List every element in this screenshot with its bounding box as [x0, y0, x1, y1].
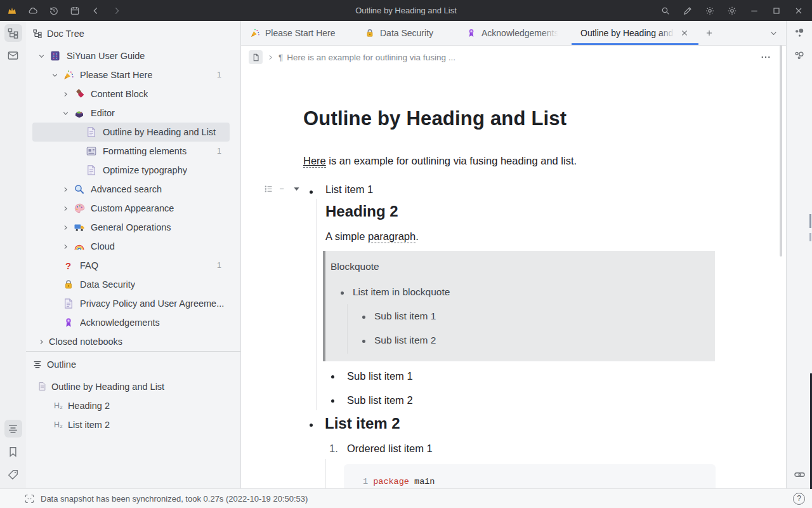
- status-message: Data snapshot has been synchronized, too…: [41, 494, 308, 504]
- ref-count-badge: 1: [217, 147, 221, 156]
- dock-inbox-button[interactable]: [4, 46, 22, 64]
- list-bullet: [362, 340, 365, 343]
- maximize-icon[interactable]: [769, 4, 783, 18]
- edit-pencil-icon[interactable]: [681, 4, 695, 18]
- chevron-right-icon[interactable]: [34, 338, 49, 345]
- list-gutter-icon[interactable]: [264, 184, 273, 194]
- block-gutter: [264, 184, 301, 194]
- doc-icon[interactable]: [249, 50, 263, 64]
- settings-gear-icon[interactable]: [725, 4, 739, 18]
- tab-outline-by-heading-and-list[interactable]: Outline by Heading and List: [572, 21, 698, 45]
- document-icon: [37, 382, 48, 392]
- left-dock: [0, 21, 27, 488]
- tree-item-formatting-elements[interactable]: Formatting elements 1: [26, 142, 240, 161]
- tree-item-siyuan-user-guide[interactable]: SiYuan User Guide: [26, 46, 240, 65]
- tree-item-closed-notebooks[interactable]: Closed notebooks: [26, 332, 240, 351]
- status-bar: Data snapshot has been synchronized, too…: [0, 488, 812, 508]
- search-icon[interactable]: [658, 4, 672, 18]
- chevron-down-icon[interactable]: [47, 72, 62, 79]
- scroll-annotation-mark: [809, 214, 811, 228]
- tab-acknowledgements[interactable]: Acknowledgements: [457, 21, 572, 45]
- sync-cloud-icon[interactable]: [26, 4, 40, 18]
- doc-title: Outline by Heading and List: [303, 107, 566, 130]
- blockquote: Blockquote List item in blockquote Sub l…: [323, 251, 715, 361]
- editor-content[interactable]: Outline by Heading and List Here is an e…: [241, 68, 787, 488]
- tab-please-start-here[interactable]: Please Start Here: [241, 21, 356, 45]
- list-guide-line: [325, 459, 326, 488]
- tab-list-chevron-button[interactable]: [769, 21, 778, 45]
- outline-item-heading-2[interactable]: H₂ Heading 2: [26, 396, 240, 415]
- dock-global-graph-button[interactable]: [790, 46, 808, 64]
- close-icon[interactable]: [792, 4, 806, 18]
- dock-tag-button[interactable]: [4, 465, 22, 483]
- close-tab-icon[interactable]: [681, 29, 688, 37]
- tree-item-outline-by-heading-and-list[interactable]: Outline by Heading and List: [26, 123, 240, 142]
- chevron-right-icon[interactable]: [58, 186, 73, 193]
- theme-sun-icon[interactable]: [703, 4, 717, 18]
- data-history-icon[interactable]: [47, 4, 61, 18]
- siyuan-logo-icon[interactable]: [5, 4, 19, 18]
- navigate-back-icon[interactable]: [89, 4, 103, 18]
- outline-item-doc[interactable]: Outline by Heading and List: [26, 377, 240, 396]
- blockquote-list-item: List item in blockquote: [353, 286, 450, 298]
- minimize-icon[interactable]: [747, 4, 761, 18]
- list-bullet: [362, 316, 365, 319]
- editor-scrollbar[interactable]: [780, 45, 782, 257]
- content-block-icon: [73, 88, 85, 100]
- doc-tree-header: Doc Tree: [26, 21, 240, 46]
- outline-title: Outline: [47, 359, 76, 370]
- document-icon: [62, 298, 74, 310]
- new-tab-button[interactable]: [698, 21, 720, 45]
- dock-doc-tree-button[interactable]: [4, 24, 22, 42]
- ribbon-icon: [62, 317, 74, 329]
- dock-backlinks-button[interactable]: [790, 465, 808, 483]
- chevron-right-icon[interactable]: [58, 224, 73, 231]
- tree-item-content-block[interactable]: Content Block: [26, 84, 240, 104]
- tree-item-advanced-search[interactable]: Advanced search: [26, 180, 240, 199]
- more-icon[interactable]: [760, 51, 771, 63]
- tree-item-faq[interactable]: ? FAQ 1: [26, 256, 240, 275]
- outline-item-list-item-2[interactable]: H₂ List item 2: [26, 415, 240, 434]
- lock-icon: [365, 28, 375, 38]
- dock-bookmark-button[interactable]: [4, 443, 22, 460]
- palette-icon: [73, 203, 85, 215]
- code-block[interactable]: 1 package main: [344, 464, 716, 488]
- dock-outline-button[interactable]: [4, 420, 22, 438]
- breadcrumb-block[interactable]: ¶Here is an example for outlining via fu…: [278, 53, 455, 62]
- daily-note-icon[interactable]: [68, 4, 82, 18]
- code-line: 1 package main: [363, 477, 435, 486]
- tree-item-optimize-typography[interactable]: Optimize typography: [26, 161, 240, 180]
- doc-tree-panel: Doc Tree SiYuan User Guide Please Start …: [26, 21, 240, 351]
- chevron-right-icon[interactable]: [58, 243, 73, 250]
- chevron-right-icon[interactable]: [58, 205, 73, 212]
- tree-item-data-security[interactable]: Data Security: [26, 275, 240, 294]
- tree-item-custom-appearance[interactable]: Custom Appearance: [26, 199, 240, 218]
- virtual-ref[interactable]: paragraph: [368, 231, 416, 243]
- outline-icon: [32, 359, 43, 370]
- dock-graph-button[interactable]: [790, 24, 808, 42]
- navigate-forward-icon[interactable]: [110, 4, 124, 18]
- list-item-gutter-icon[interactable]: [278, 184, 287, 194]
- tree-item-privacy-policy[interactable]: Privacy Policy and User Agreeme...: [26, 294, 240, 313]
- tree-item-cloud[interactable]: Cloud: [26, 237, 240, 256]
- ribbon-icon: [466, 28, 476, 38]
- collapse-arrow-icon[interactable]: [292, 184, 301, 194]
- block-ref-link[interactable]: Here: [303, 155, 326, 168]
- intro-paragraph: Here is an example for outlining via fus…: [303, 155, 577, 167]
- blockquote-sub-item-2: Sub list item 2: [374, 335, 436, 346]
- party-popper-icon: [250, 28, 260, 38]
- chevron-down-icon[interactable]: [58, 110, 73, 117]
- help-button[interactable]: ?: [793, 493, 805, 505]
- tree-item-general-operations[interactable]: General Operations: [26, 218, 240, 237]
- tree-item-editor[interactable]: Editor: [26, 104, 240, 123]
- chevron-down-icon[interactable]: [34, 53, 49, 60]
- right-dock: [786, 21, 812, 488]
- tree-item-acknowledgements[interactable]: Acknowledgements: [26, 313, 240, 332]
- document-icon: [85, 164, 97, 177]
- blockquote-sub-item-1: Sub list item 1: [374, 311, 436, 322]
- tab-data-security[interactable]: Data Security: [356, 21, 457, 45]
- list-bullet: [310, 190, 313, 194]
- tree-item-please-start-here[interactable]: Please Start Here 1: [26, 65, 240, 84]
- question-mark-icon: ?: [62, 260, 74, 272]
- chevron-right-icon[interactable]: [58, 91, 73, 98]
